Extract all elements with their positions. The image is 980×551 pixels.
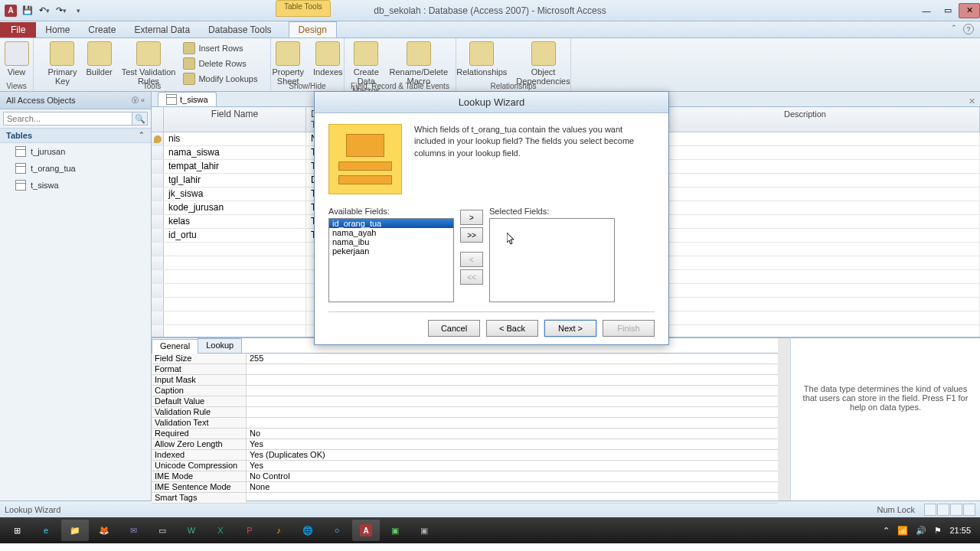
property-row[interactable]: Smart Tags <box>152 493 778 504</box>
word-icon[interactable]: W <box>178 520 205 541</box>
property-row[interactable]: IndexedYes (Duplicates OK) <box>152 450 778 461</box>
primary-key-button[interactable]: Primary Key <box>45 40 80 87</box>
test-validation-button[interactable]: Test Validation Rules <box>119 40 179 87</box>
remove-all-button[interactable]: << <box>460 269 483 285</box>
prop-tab-general[interactable]: General <box>152 339 198 354</box>
excel-icon[interactable]: X <box>207 520 234 541</box>
ie-icon[interactable]: e <box>32 520 60 541</box>
tab-file[interactable]: File <box>0 22 36 37</box>
tray-volume-icon[interactable]: 🔊 <box>916 526 926 536</box>
chrome-icon[interactable]: 🌐 <box>294 520 322 541</box>
builder-button[interactable]: Builder <box>83 40 115 87</box>
tray-up-icon[interactable]: ⌃ <box>883 526 890 536</box>
start-button[interactable]: ⊞ <box>3 520 31 541</box>
object-dependencies-button[interactable]: Object Dependencies <box>513 40 573 87</box>
close-button[interactable]: ✕ <box>959 3 980 18</box>
insert-rows-button[interactable]: Insert Rows <box>181 41 259 55</box>
redo-icon[interactable]: ↷▾ <box>54 3 69 18</box>
property-row[interactable]: Validation Rule <box>152 407 778 418</box>
qat-customize-icon[interactable]: ▾ <box>70 3 86 18</box>
back-button[interactable]: < Back <box>486 320 538 337</box>
next-button[interactable]: Next > <box>544 320 596 337</box>
property-row[interactable]: Default Value <box>152 396 778 407</box>
property-row[interactable]: Unicode CompressionYes <box>152 461 778 471</box>
nav-search: 🔍 <box>0 109 151 129</box>
finish-button[interactable]: Finish <box>603 320 655 337</box>
add-button[interactable]: > <box>460 210 483 225</box>
tab-database-tools[interactable]: Database Tools <box>199 22 281 37</box>
property-row[interactable]: Allow Zero LengthYes <box>152 439 778 450</box>
tab-create[interactable]: Create <box>79 22 125 37</box>
dialog-title: Lookup Wizard <box>315 92 668 113</box>
view-form-icon[interactable] <box>963 504 975 516</box>
primary-key-icon <box>154 135 162 143</box>
firefox-icon[interactable]: 🦊 <box>90 520 118 541</box>
property-row[interactable]: IME ModeNo Control <box>152 471 778 482</box>
tray-flag-icon[interactable]: ⚑ <box>934 526 942 536</box>
taskview-icon[interactable]: ▭ <box>149 520 176 541</box>
cortana-icon[interactable]: ○ <box>323 520 351 541</box>
prop-tab-lookup[interactable]: Lookup <box>198 338 242 353</box>
prop-scrollbar[interactable] <box>778 337 790 500</box>
powerpoint-icon[interactable]: P <box>236 520 263 541</box>
ribbon-minimize-icon[interactable]: ⌃ <box>951 24 957 31</box>
wizard-prompt: Which fields of t_orang_tua contain the … <box>414 124 655 194</box>
help-icon[interactable]: ? <box>963 24 974 34</box>
save-icon[interactable]: 💾 <box>20 3 35 18</box>
cancel-button[interactable]: Cancel <box>428 320 480 337</box>
search-icon[interactable]: 🔍 <box>132 112 148 126</box>
available-fields-listbox[interactable]: id_orang_tuanama_ayahnama_ibupekerjaan <box>328 218 454 302</box>
property-row[interactable]: Input Mask <box>152 375 778 386</box>
available-fields-label: Available Fields: <box>328 207 454 216</box>
app-icon[interactable]: ♪ <box>265 520 292 541</box>
table-icon <box>15 146 26 157</box>
view-sql-icon[interactable] <box>950 504 962 516</box>
window-title: db_sekolah : Database (Access 2007) - Mi… <box>374 5 606 16</box>
relationships-button[interactable]: Relationships <box>453 40 510 87</box>
property-row[interactable]: IME Sentence ModeNone <box>152 482 778 493</box>
selected-fields-listbox[interactable] <box>489 218 615 302</box>
nav-group-tables[interactable]: Tables⌃ <box>0 129 151 143</box>
list-item[interactable]: nama_ibu <box>329 237 453 246</box>
view-datasheet-icon[interactable] <box>924 504 936 516</box>
minimize-button[interactable]: — <box>916 3 937 18</box>
property-row[interactable]: Field Size255 <box>152 354 778 364</box>
remove-button[interactable]: < <box>460 252 483 267</box>
list-item[interactable]: pekerjaan <box>329 246 453 256</box>
mail-icon[interactable]: ✉ <box>119 520 147 541</box>
view-design-icon[interactable] <box>937 504 949 516</box>
tab-external-data[interactable]: External Data <box>125 22 199 37</box>
tab-design[interactable]: Design <box>289 21 337 37</box>
tray-network-icon[interactable]: 📶 <box>897 526 908 536</box>
list-item[interactable]: id_orang_tua <box>329 219 453 228</box>
explorer-icon[interactable]: 📁 <box>61 520 89 541</box>
doc-close-icon[interactable]: ✕ <box>964 96 980 106</box>
list-item[interactable]: nama_ayah <box>329 228 453 237</box>
title-bar: A 💾 ↶▾ ↷▾ ▾ Table Tools db_sekolah : Dat… <box>0 0 980 21</box>
property-row[interactable]: Format <box>152 364 778 375</box>
table-icon <box>15 180 26 191</box>
nav-item-t-jurusan[interactable]: t_jurusan <box>0 143 151 160</box>
doc-tab-t-siswa[interactable]: t_siswa <box>158 92 217 106</box>
view-button[interactable]: View <box>2 40 32 78</box>
tab-home[interactable]: Home <box>36 22 79 37</box>
delete-rows-button[interactable]: Delete Rows <box>181 57 259 70</box>
undo-icon[interactable]: ↶▾ <box>37 3 52 18</box>
add-all-button[interactable]: >> <box>460 227 483 243</box>
group-showhide: Show/Hide <box>271 82 344 90</box>
nav-header[interactable]: All Access Objects ⓥ « <box>0 92 151 109</box>
app2-icon[interactable]: ▣ <box>381 520 409 541</box>
app3-icon[interactable]: ▣ <box>410 520 438 541</box>
tray-clock[interactable]: 21:55 <box>949 526 971 535</box>
indexes-button[interactable]: Indexes <box>310 40 346 87</box>
maximize-button[interactable]: ▭ <box>937 3 959 18</box>
nav-item-t-siswa[interactable]: t_siswa <box>0 177 151 194</box>
nav-item-t-orang-tua[interactable]: t_orang_tua <box>0 160 151 177</box>
access-taskbar-icon[interactable]: A <box>352 520 380 541</box>
property-row[interactable]: RequiredNo <box>152 429 778 439</box>
property-row[interactable]: Validation Text <box>152 418 778 429</box>
search-input[interactable] <box>3 112 132 126</box>
property-sheet-button[interactable]: Property Sheet <box>269 40 307 87</box>
col-field-name[interactable]: Field Name <box>164 107 306 132</box>
property-row[interactable]: Caption <box>152 386 778 396</box>
